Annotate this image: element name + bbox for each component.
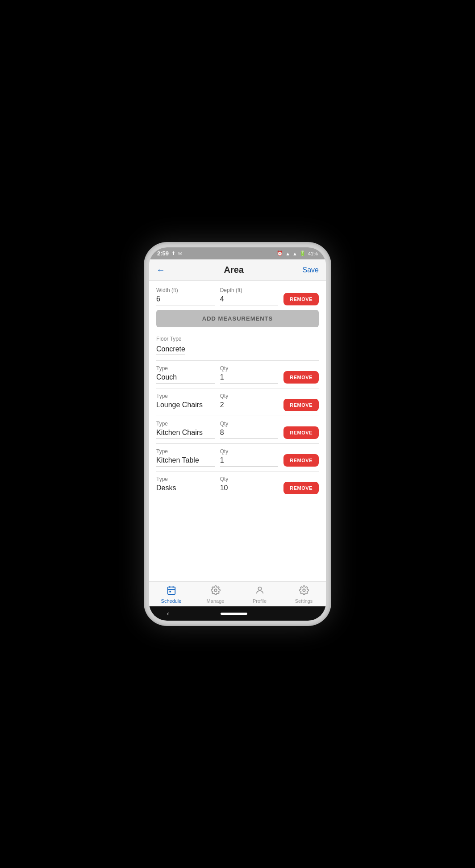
save-button[interactable]: Save xyxy=(303,266,319,274)
remove-measurement-button[interactable]: REMOVE xyxy=(283,293,319,305)
type-value[interactable]: Kitchen Chairs xyxy=(156,429,215,439)
item-row-top: Type Kitchen Table Qty 1 REMOVE xyxy=(156,448,319,467)
item-row: Type Desks Qty 10 REMOVE xyxy=(156,476,319,499)
qty-value[interactable]: 2 xyxy=(220,401,279,411)
status-right: ⏰ ▲ ▲ 🔋 41% xyxy=(277,250,318,256)
item-divider xyxy=(156,499,319,499)
settings-label: Settings xyxy=(295,598,313,604)
type-label: Type xyxy=(156,393,215,399)
item-row-top: Type Kitchen Chairs Qty 8 REMOVE xyxy=(156,421,319,439)
svg-rect-4 xyxy=(169,591,171,593)
arrow-up-icon: ⬆ xyxy=(171,250,175,256)
item-divider xyxy=(156,388,319,388)
width-field: Width (ft) 6 xyxy=(156,287,215,305)
items-list: Type Couch Qty 1 REMOVE xyxy=(156,365,319,499)
item-row: Type Lounge Chairs Qty 2 REMOVE xyxy=(156,393,319,416)
item-divider xyxy=(156,443,319,444)
qty-label: Qty xyxy=(220,476,279,482)
floor-type-value[interactable]: Concrete xyxy=(156,345,185,355)
floor-type-label: Floor Type xyxy=(156,336,181,342)
phone-nav-bar: ‹ xyxy=(149,606,326,621)
floor-type-section: Floor Type Concrete xyxy=(156,334,319,361)
remove-item-button[interactable]: REMOVE xyxy=(283,371,319,384)
item-row-top: Type Desks Qty 10 REMOVE xyxy=(156,476,319,494)
remove-item-button[interactable]: REMOVE xyxy=(283,482,319,494)
bottom-nav: Schedule Manage Profil xyxy=(149,581,326,606)
status-time: 2:59 xyxy=(157,250,169,257)
manage-icon xyxy=(211,585,221,597)
item-qty-field: Qty 8 xyxy=(220,421,279,439)
type-label: Type xyxy=(156,421,215,427)
qty-value[interactable]: 10 xyxy=(220,484,279,494)
svg-point-5 xyxy=(214,589,217,592)
depth-field: Depth (ft) 4 xyxy=(220,287,279,305)
battery-icon: 🔋 xyxy=(300,250,306,256)
phone-screen: 2:59 ⬆ ✉ ⏰ ▲ ▲ 🔋 41% ← Area Save Width xyxy=(149,247,326,621)
qty-value[interactable]: 8 xyxy=(220,429,279,439)
remove-item-button[interactable]: REMOVE xyxy=(283,454,319,467)
type-label: Type xyxy=(156,365,215,371)
profile-icon xyxy=(255,585,265,597)
type-value[interactable]: Couch xyxy=(156,373,215,384)
back-arrow-icon: ‹ xyxy=(167,610,169,617)
svg-point-6 xyxy=(258,587,261,590)
app-header: ← Area Save xyxy=(149,259,326,281)
manage-label: Manage xyxy=(207,598,225,604)
page-title: Area xyxy=(224,265,244,275)
item-type-field: Type Kitchen Table xyxy=(156,448,215,467)
remove-item-button[interactable]: REMOVE xyxy=(283,426,319,439)
item-row-top: Type Lounge Chairs Qty 2 REMOVE xyxy=(156,393,319,411)
item-row: Type Kitchen Chairs Qty 8 REMOVE xyxy=(156,421,319,444)
item-row: Type Couch Qty 1 REMOVE xyxy=(156,365,319,388)
item-divider xyxy=(156,471,319,472)
depth-label: Depth (ft) xyxy=(220,287,279,293)
schedule-label: Schedule xyxy=(161,598,182,604)
item-divider xyxy=(156,416,319,416)
nav-item-settings[interactable]: Settings xyxy=(282,585,326,604)
type-value[interactable]: Desks xyxy=(156,484,215,494)
status-left: 2:59 ⬆ ✉ xyxy=(157,250,182,257)
nav-item-manage[interactable]: Manage xyxy=(193,585,238,604)
qty-label: Qty xyxy=(220,448,279,455)
schedule-icon xyxy=(167,585,176,597)
depth-value[interactable]: 4 xyxy=(220,295,279,305)
item-row: Type Kitchen Table Qty 1 REMOVE xyxy=(156,448,319,472)
item-type-field: Type Lounge Chairs xyxy=(156,393,215,411)
floor-type-divider xyxy=(156,360,319,361)
back-button[interactable]: ← xyxy=(156,265,165,275)
remove-item-button[interactable]: REMOVE xyxy=(283,399,319,411)
qty-label: Qty xyxy=(220,393,279,399)
qty-value[interactable]: 1 xyxy=(220,456,279,467)
phone-frame: 2:59 ⬆ ✉ ⏰ ▲ ▲ 🔋 41% ← Area Save Width xyxy=(144,242,331,626)
nav-item-schedule[interactable]: Schedule xyxy=(149,585,193,604)
type-label: Type xyxy=(156,476,215,482)
qty-value[interactable]: 1 xyxy=(220,373,279,384)
item-qty-field: Qty 10 xyxy=(220,476,279,494)
item-qty-field: Qty 1 xyxy=(220,365,279,384)
home-pill xyxy=(221,613,247,615)
nav-item-profile[interactable]: Profile xyxy=(238,585,282,604)
svg-rect-0 xyxy=(167,587,175,595)
battery-percent: 41% xyxy=(308,251,318,256)
item-type-field: Type Couch xyxy=(156,365,215,384)
wifi-icon: ▲ xyxy=(285,251,290,256)
signal-icon: ▲ xyxy=(292,251,297,256)
item-qty-field: Qty 2 xyxy=(220,393,279,411)
add-measurements-button[interactable]: ADD MEASUREMENTS xyxy=(156,310,319,327)
content-area: Width (ft) 6 Depth (ft) 4 REMOVE ADD MEA… xyxy=(149,281,326,581)
qty-label: Qty xyxy=(220,421,279,427)
item-qty-field: Qty 1 xyxy=(220,448,279,467)
item-type-field: Type Desks xyxy=(156,476,215,494)
type-label: Type xyxy=(156,448,215,455)
mail-icon: ✉ xyxy=(178,250,182,256)
width-label: Width (ft) xyxy=(156,287,215,293)
settings-icon xyxy=(299,585,309,597)
item-row-top: Type Couch Qty 1 REMOVE xyxy=(156,365,319,384)
measurement-row: Width (ft) 6 Depth (ft) 4 REMOVE xyxy=(156,287,319,305)
alarm-icon: ⏰ xyxy=(277,250,283,256)
svg-point-7 xyxy=(303,589,305,592)
type-value[interactable]: Lounge Chairs xyxy=(156,401,215,411)
width-value[interactable]: 6 xyxy=(156,295,215,305)
profile-label: Profile xyxy=(253,598,267,604)
type-value[interactable]: Kitchen Table xyxy=(156,456,215,467)
